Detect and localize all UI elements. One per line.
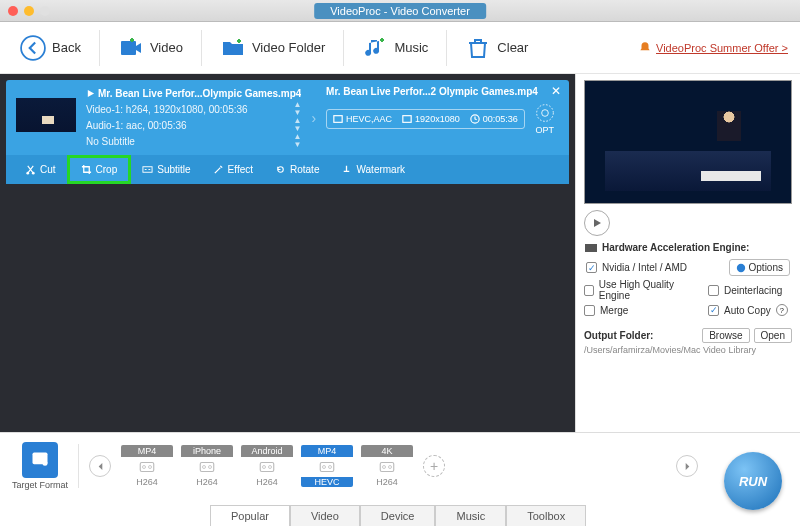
- tab-device[interactable]: Device: [360, 505, 436, 526]
- rotate-button[interactable]: Rotate: [264, 155, 330, 184]
- hw-options-button[interactable]: Options: [729, 259, 790, 276]
- preset-iphone-h264[interactable]: iPhoneH264: [181, 445, 233, 487]
- back-label: Back: [52, 40, 81, 55]
- merge-checkbox[interactable]: [584, 305, 595, 316]
- back-button[interactable]: Back: [12, 31, 89, 65]
- tab-popular[interactable]: Popular: [210, 505, 290, 526]
- remove-item-button[interactable]: ✕: [551, 84, 561, 98]
- svg-rect-2: [334, 116, 342, 123]
- crop-button[interactable]: Crop: [67, 155, 132, 184]
- video-list-panel: ✕ Mr. Bean Live Perfor...Olympic Games.m…: [0, 74, 575, 432]
- edit-toolbar: Cut Crop Subtitle Effect Rotate Watermar…: [6, 155, 569, 184]
- clear-button[interactable]: Clear: [457, 31, 536, 65]
- video-folder-label: Video Folder: [252, 40, 325, 55]
- add-video-folder-button[interactable]: Video Folder: [212, 31, 333, 65]
- preset-4k-h264[interactable]: 4KH264: [361, 445, 413, 487]
- deinterlacing-checkbox[interactable]: [708, 285, 719, 296]
- video-icon: [118, 35, 144, 61]
- main-area: ✕ Mr. Bean Live Perfor...Olympic Games.m…: [0, 74, 800, 432]
- autocopy-help-icon[interactable]: ?: [776, 304, 788, 316]
- source-subtitle-line: No Subtitle: [86, 134, 135, 149]
- arrow-icon: ›: [311, 110, 316, 126]
- gear-icon: [736, 263, 746, 273]
- add-video-button[interactable]: Video: [110, 31, 191, 65]
- svg-point-0: [21, 36, 45, 60]
- right-panel: Hardware Acceleration Engine: Nvidia / I…: [575, 74, 800, 432]
- subtitle-button[interactable]: Subtitle: [131, 155, 201, 184]
- svg-point-21: [263, 466, 266, 469]
- output-path: /Users/arfamirza/Movies/Mac Video Librar…: [584, 345, 792, 355]
- summer-offer-link[interactable]: VideoProc Summer Offer >: [638, 41, 788, 55]
- svg-point-8: [32, 172, 35, 175]
- video-item-card[interactable]: ✕ Mr. Bean Live Perfor...Olympic Games.m…: [6, 80, 569, 184]
- gear-icon: [535, 103, 555, 123]
- music-label: Music: [394, 40, 428, 55]
- dest-duration: 00:05:36: [483, 114, 518, 124]
- svg-point-28: [389, 466, 392, 469]
- format-strip: Target Format MP4H264iPhoneH264AndroidH2…: [0, 433, 800, 499]
- watermark-button[interactable]: Watermark: [330, 155, 416, 184]
- rotate-icon: [275, 164, 286, 175]
- clear-label: Clear: [497, 40, 528, 55]
- dest-filename: Mr. Bean Live Perfor...2 Olympic Games.m…: [326, 86, 559, 97]
- svg-rect-10: [585, 244, 597, 252]
- codec-options-button[interactable]: OPT: [535, 103, 555, 135]
- svg-point-5: [536, 105, 553, 122]
- dest-codec: HEVC,AAC: [346, 114, 392, 124]
- play-icon: [86, 89, 95, 98]
- opt-label: OPT: [535, 125, 554, 135]
- back-arrow-icon: [20, 35, 46, 61]
- film-icon: [333, 114, 343, 124]
- add-preset-button[interactable]: +: [423, 455, 445, 477]
- clock-icon: [470, 114, 480, 124]
- nvidia-checkbox[interactable]: [586, 262, 597, 273]
- presets-next-button[interactable]: [676, 455, 698, 477]
- preset-mp4-h264[interactable]: MP4H264: [121, 445, 173, 487]
- window-title: VideoProc - Video Converter: [314, 3, 486, 19]
- cut-button[interactable]: Cut: [14, 155, 67, 184]
- tab-music[interactable]: Music: [435, 505, 506, 526]
- close-window-icon[interactable]: [8, 6, 18, 16]
- hq-engine-checkbox[interactable]: [584, 285, 594, 296]
- svg-point-16: [149, 466, 152, 469]
- svg-point-13: [43, 461, 48, 466]
- open-folder-button[interactable]: Open: [754, 328, 792, 343]
- svg-point-19: [209, 466, 212, 469]
- svg-point-15: [143, 466, 146, 469]
- preset-android-h264[interactable]: AndroidH264: [241, 445, 293, 487]
- merge-label: Merge: [600, 305, 628, 316]
- preset-mp4-hevc[interactable]: MP4HEVC: [301, 445, 353, 487]
- trash-icon: [465, 35, 491, 61]
- play-button[interactable]: [584, 210, 610, 236]
- minimize-window-icon[interactable]: [24, 6, 34, 16]
- source-filename: Mr. Bean Live Perfor...Olympic Games.mp4: [98, 86, 301, 101]
- dest-badges: HEVC,AAC 1920x1080 00:05:36: [326, 109, 525, 129]
- effect-button[interactable]: Effect: [202, 155, 264, 184]
- tab-video[interactable]: Video: [290, 505, 360, 526]
- autocopy-checkbox[interactable]: [708, 305, 719, 316]
- presets-prev-button[interactable]: [89, 455, 111, 477]
- hq-label: Use High Quality Engine: [599, 279, 694, 301]
- browse-button[interactable]: Browse: [702, 328, 749, 343]
- zoom-window-icon[interactable]: [40, 6, 50, 16]
- dest-resolution: 1920x1080: [415, 114, 460, 124]
- svg-point-22: [269, 466, 272, 469]
- autocopy-label: Auto Copy: [724, 305, 771, 316]
- dest-info: Mr. Bean Live Perfor...2 Olympic Games.m…: [326, 86, 559, 135]
- svg-rect-3: [403, 116, 411, 123]
- target-format-label: Target Format: [12, 480, 68, 490]
- traffic-lights: [0, 6, 50, 16]
- output-folder-label: Output Folder:: [584, 330, 653, 341]
- tab-toolbox[interactable]: Toolbox: [506, 505, 586, 526]
- wand-icon: [213, 164, 224, 175]
- svg-point-25: [329, 466, 332, 469]
- bottom-panel: Target Format MP4H264iPhoneH264AndroidH2…: [0, 432, 800, 526]
- source-info: Mr. Bean Live Perfor...Olympic Games.mp4…: [86, 86, 301, 149]
- preview-pane: [584, 80, 792, 204]
- target-format-icon: [30, 450, 50, 470]
- run-button[interactable]: RUN: [724, 452, 782, 510]
- add-music-button[interactable]: Music: [354, 31, 436, 65]
- target-format-button[interactable]: Target Format: [12, 442, 68, 490]
- video-thumbnail: [16, 98, 76, 132]
- svg-point-18: [203, 466, 206, 469]
